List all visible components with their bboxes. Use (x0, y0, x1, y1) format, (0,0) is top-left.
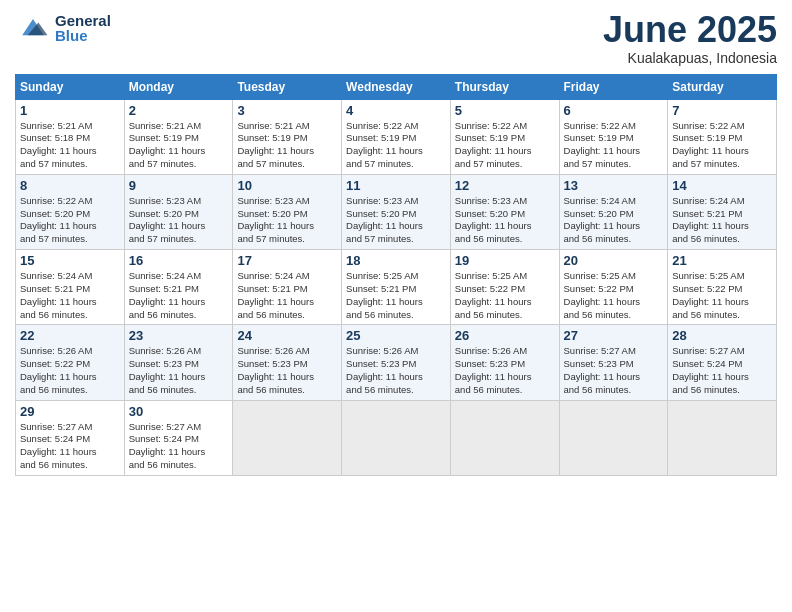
day-info: Sunrise: 5:23 AMSunset: 5:20 PMDaylight:… (237, 195, 337, 246)
day-number: 18 (346, 253, 446, 268)
day-number: 3 (237, 103, 337, 118)
day-info: Sunrise: 5:26 AMSunset: 5:23 PMDaylight:… (346, 345, 446, 396)
day-number: 9 (129, 178, 229, 193)
table-row: 4Sunrise: 5:22 AMSunset: 5:19 PMDaylight… (342, 99, 451, 174)
calendar-page: General Blue June 2025 Kualakapuas, Indo… (0, 0, 792, 612)
table-row (559, 400, 668, 475)
table-row: 28Sunrise: 5:27 AMSunset: 5:24 PMDayligh… (668, 325, 777, 400)
table-row: 18Sunrise: 5:25 AMSunset: 5:21 PMDayligh… (342, 250, 451, 325)
day-number: 12 (455, 178, 555, 193)
table-row: 13Sunrise: 5:24 AMSunset: 5:20 PMDayligh… (559, 174, 668, 249)
calendar-week-row: 8Sunrise: 5:22 AMSunset: 5:20 PMDaylight… (16, 174, 777, 249)
calendar-table: Sunday Monday Tuesday Wednesday Thursday… (15, 74, 777, 476)
calendar-week-row: 22Sunrise: 5:26 AMSunset: 5:22 PMDayligh… (16, 325, 777, 400)
month-title: June 2025 (603, 10, 777, 50)
title-block: June 2025 Kualakapuas, Indonesia (603, 10, 777, 66)
day-number: 6 (564, 103, 664, 118)
col-friday: Friday (559, 74, 668, 99)
day-info: Sunrise: 5:24 AMSunset: 5:21 PMDaylight:… (237, 270, 337, 321)
day-info: Sunrise: 5:21 AMSunset: 5:18 PMDaylight:… (20, 120, 120, 171)
day-info: Sunrise: 5:23 AMSunset: 5:20 PMDaylight:… (346, 195, 446, 246)
day-number: 29 (20, 404, 120, 419)
logo-general-text: General (55, 13, 111, 28)
col-thursday: Thursday (450, 74, 559, 99)
day-number: 5 (455, 103, 555, 118)
day-number: 10 (237, 178, 337, 193)
calendar-header: Sunday Monday Tuesday Wednesday Thursday… (16, 74, 777, 99)
day-info: Sunrise: 5:23 AMSunset: 5:20 PMDaylight:… (129, 195, 229, 246)
day-number: 17 (237, 253, 337, 268)
day-number: 30 (129, 404, 229, 419)
calendar-week-row: 15Sunrise: 5:24 AMSunset: 5:21 PMDayligh… (16, 250, 777, 325)
table-row: 19Sunrise: 5:25 AMSunset: 5:22 PMDayligh… (450, 250, 559, 325)
day-number: 26 (455, 328, 555, 343)
col-wednesday: Wednesday (342, 74, 451, 99)
table-row: 15Sunrise: 5:24 AMSunset: 5:21 PMDayligh… (16, 250, 125, 325)
day-info: Sunrise: 5:24 AMSunset: 5:21 PMDaylight:… (129, 270, 229, 321)
table-row (668, 400, 777, 475)
logo-blue-text: Blue (55, 28, 111, 43)
location-subtitle: Kualakapuas, Indonesia (603, 50, 777, 66)
table-row: 10Sunrise: 5:23 AMSunset: 5:20 PMDayligh… (233, 174, 342, 249)
day-number: 2 (129, 103, 229, 118)
col-saturday: Saturday (668, 74, 777, 99)
day-number: 23 (129, 328, 229, 343)
table-row: 29Sunrise: 5:27 AMSunset: 5:24 PMDayligh… (16, 400, 125, 475)
table-row: 17Sunrise: 5:24 AMSunset: 5:21 PMDayligh… (233, 250, 342, 325)
calendar-body: 1Sunrise: 5:21 AMSunset: 5:18 PMDaylight… (16, 99, 777, 475)
table-row: 25Sunrise: 5:26 AMSunset: 5:23 PMDayligh… (342, 325, 451, 400)
day-info: Sunrise: 5:25 AMSunset: 5:21 PMDaylight:… (346, 270, 446, 321)
table-row: 3Sunrise: 5:21 AMSunset: 5:19 PMDaylight… (233, 99, 342, 174)
day-number: 21 (672, 253, 772, 268)
day-number: 19 (455, 253, 555, 268)
table-row: 23Sunrise: 5:26 AMSunset: 5:23 PMDayligh… (124, 325, 233, 400)
page-header: General Blue June 2025 Kualakapuas, Indo… (15, 10, 777, 66)
day-info: Sunrise: 5:24 AMSunset: 5:21 PMDaylight:… (672, 195, 772, 246)
day-number: 27 (564, 328, 664, 343)
day-number: 8 (20, 178, 120, 193)
day-info: Sunrise: 5:26 AMSunset: 5:22 PMDaylight:… (20, 345, 120, 396)
table-row: 27Sunrise: 5:27 AMSunset: 5:23 PMDayligh… (559, 325, 668, 400)
logo: General Blue (15, 10, 111, 46)
day-number: 25 (346, 328, 446, 343)
logo-label: General Blue (55, 13, 111, 43)
day-info: Sunrise: 5:24 AMSunset: 5:21 PMDaylight:… (20, 270, 120, 321)
header-row: Sunday Monday Tuesday Wednesday Thursday… (16, 74, 777, 99)
table-row: 20Sunrise: 5:25 AMSunset: 5:22 PMDayligh… (559, 250, 668, 325)
table-row: 22Sunrise: 5:26 AMSunset: 5:22 PMDayligh… (16, 325, 125, 400)
day-info: Sunrise: 5:25 AMSunset: 5:22 PMDaylight:… (672, 270, 772, 321)
day-info: Sunrise: 5:26 AMSunset: 5:23 PMDaylight:… (129, 345, 229, 396)
table-row: 2Sunrise: 5:21 AMSunset: 5:19 PMDaylight… (124, 99, 233, 174)
table-row (450, 400, 559, 475)
table-row (342, 400, 451, 475)
day-info: Sunrise: 5:27 AMSunset: 5:24 PMDaylight:… (129, 421, 229, 472)
day-number: 20 (564, 253, 664, 268)
day-number: 13 (564, 178, 664, 193)
day-info: Sunrise: 5:25 AMSunset: 5:22 PMDaylight:… (455, 270, 555, 321)
col-monday: Monday (124, 74, 233, 99)
day-info: Sunrise: 5:26 AMSunset: 5:23 PMDaylight:… (455, 345, 555, 396)
table-row: 24Sunrise: 5:26 AMSunset: 5:23 PMDayligh… (233, 325, 342, 400)
day-number: 14 (672, 178, 772, 193)
calendar-week-row: 29Sunrise: 5:27 AMSunset: 5:24 PMDayligh… (16, 400, 777, 475)
day-number: 4 (346, 103, 446, 118)
day-info: Sunrise: 5:23 AMSunset: 5:20 PMDaylight:… (455, 195, 555, 246)
calendar-week-row: 1Sunrise: 5:21 AMSunset: 5:18 PMDaylight… (16, 99, 777, 174)
table-row: 5Sunrise: 5:22 AMSunset: 5:19 PMDaylight… (450, 99, 559, 174)
table-row: 6Sunrise: 5:22 AMSunset: 5:19 PMDaylight… (559, 99, 668, 174)
table-row: 30Sunrise: 5:27 AMSunset: 5:24 PMDayligh… (124, 400, 233, 475)
table-row: 11Sunrise: 5:23 AMSunset: 5:20 PMDayligh… (342, 174, 451, 249)
table-row: 1Sunrise: 5:21 AMSunset: 5:18 PMDaylight… (16, 99, 125, 174)
day-number: 28 (672, 328, 772, 343)
day-number: 11 (346, 178, 446, 193)
day-info: Sunrise: 5:25 AMSunset: 5:22 PMDaylight:… (564, 270, 664, 321)
table-row: 16Sunrise: 5:24 AMSunset: 5:21 PMDayligh… (124, 250, 233, 325)
table-row: 8Sunrise: 5:22 AMSunset: 5:20 PMDaylight… (16, 174, 125, 249)
day-number: 22 (20, 328, 120, 343)
day-number: 7 (672, 103, 772, 118)
col-tuesday: Tuesday (233, 74, 342, 99)
table-row: 14Sunrise: 5:24 AMSunset: 5:21 PMDayligh… (668, 174, 777, 249)
day-number: 16 (129, 253, 229, 268)
day-info: Sunrise: 5:26 AMSunset: 5:23 PMDaylight:… (237, 345, 337, 396)
day-info: Sunrise: 5:27 AMSunset: 5:23 PMDaylight:… (564, 345, 664, 396)
